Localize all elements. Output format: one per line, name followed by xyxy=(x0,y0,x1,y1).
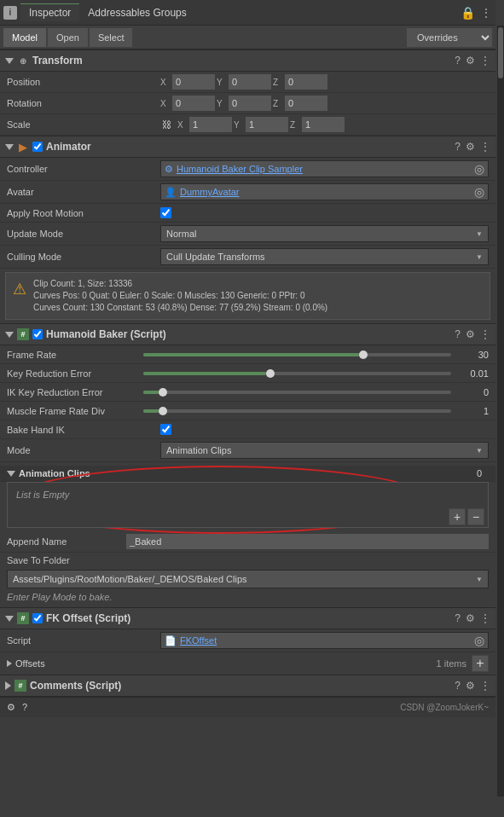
animator-collapse-icon[interactable] xyxy=(5,144,14,150)
animator-menu-icon[interactable]: ⋮ xyxy=(480,141,490,153)
offsets-row: Offsets 1 items + xyxy=(0,652,495,675)
rotation-z-input[interactable] xyxy=(285,96,327,111)
key-reduction-thumb[interactable] xyxy=(266,369,275,378)
model-button[interactable]: Model xyxy=(3,28,46,47)
ik-track[interactable] xyxy=(143,391,451,394)
mode-label: Mode xyxy=(7,445,160,455)
avatar-field[interactable]: 👤 DummyAvatar ◎ xyxy=(160,183,489,200)
culling-mode-dropdown[interactable]: Cull Update Transforms ▼ xyxy=(160,248,489,265)
warning-text: Clip Count: 1, Size: 13336 Curves Pos: 0… xyxy=(33,278,327,314)
muscle-thumb[interactable] xyxy=(159,407,167,415)
fk-settings-icon[interactable]: ⚙ xyxy=(466,612,475,624)
fk-menu-icon[interactable]: ⋮ xyxy=(480,612,490,624)
clips-collapse-icon[interactable] xyxy=(7,471,15,477)
update-mode-label: Update Mode xyxy=(7,229,160,239)
muscle-slider-container: 1 xyxy=(143,406,489,416)
animator-settings-icon[interactable]: ⚙ xyxy=(466,141,475,153)
apply-root-motion-checkbox[interactable] xyxy=(160,207,171,218)
watermark-text: CSDN @ZoomJokerK~ xyxy=(400,703,489,712)
lock-icon[interactable]: 🔒 xyxy=(461,6,475,20)
append-name-input[interactable] xyxy=(126,534,489,549)
open-button[interactable]: Open xyxy=(48,28,88,47)
update-mode-value: Normal ▼ xyxy=(160,225,489,242)
transform-help-icon[interactable]: ? xyxy=(455,55,461,67)
frame-rate-track[interactable] xyxy=(143,353,451,356)
culling-mode-value: Cull Update Transforms ▼ xyxy=(160,248,489,265)
avatar-target-icon[interactable]: ◎ xyxy=(474,185,484,199)
position-value: X Y Z xyxy=(160,74,489,90)
scale-xyz: X Y Z xyxy=(177,117,345,132)
baker-help-icon[interactable]: ? xyxy=(455,328,461,340)
comments-section-header: # Comments (Script) ? ⚙ ⋮ xyxy=(0,675,495,697)
position-z-input[interactable] xyxy=(285,74,327,90)
remove-clip-button[interactable]: − xyxy=(467,508,484,525)
mode-arrow: ▼ xyxy=(476,447,483,455)
fk-help-icon[interactable]: ? xyxy=(455,612,461,624)
fk-script-field[interactable]: 📄 FKOffset ◎ xyxy=(160,632,489,649)
scale-z-input[interactable] xyxy=(302,117,345,132)
ik-thumb[interactable] xyxy=(159,388,167,397)
fk-enabled-checkbox[interactable] xyxy=(32,613,43,623)
controller-target-icon[interactable]: ◎ xyxy=(474,162,484,176)
avatar-label: Avatar xyxy=(7,187,160,197)
scale-link-icon[interactable]: ⛓ xyxy=(160,119,172,130)
key-reduction-error-row: Key Reduction Error 0.01 xyxy=(0,364,495,383)
frame-rate-label: Frame Rate xyxy=(7,350,143,360)
scrollbar-thumb[interactable] xyxy=(498,27,503,78)
ik-slider-container: 0 xyxy=(143,387,489,397)
position-x-input[interactable] xyxy=(172,74,215,90)
baker-collapse-icon[interactable] xyxy=(5,332,14,338)
comments-menu-icon[interactable]: ⋮ xyxy=(480,680,490,692)
z-label: Z xyxy=(273,78,283,87)
comments-settings-icon[interactable]: ⚙ xyxy=(466,680,475,692)
key-reduction-track[interactable] xyxy=(143,372,451,375)
bake-hand-ik-checkbox[interactable] xyxy=(160,424,171,435)
overrides-select[interactable]: Overrides xyxy=(407,28,492,47)
baker-settings-icon[interactable]: ⚙ xyxy=(466,328,475,340)
tab-addressables[interactable]: Addressables Groups xyxy=(79,4,194,21)
position-y-input[interactable] xyxy=(229,74,271,90)
inspector-icon: i xyxy=(3,6,17,20)
mode-row: Mode Animation Clips ▼ xyxy=(0,439,495,462)
bottom-icon-2[interactable]: ? xyxy=(22,702,27,713)
bottom-icon-1[interactable]: ⚙ xyxy=(7,702,15,713)
tab-inspector[interactable]: Inspector xyxy=(20,3,79,21)
folder-path-dropdown[interactable]: Assets/Plugins/RootMotion/Baker/_DEMOS/B… xyxy=(7,570,489,588)
comments-collapse-icon[interactable] xyxy=(5,681,11,690)
mode-dropdown[interactable]: Animation Clips ▼ xyxy=(160,442,489,459)
animator-enabled-checkbox[interactable] xyxy=(32,142,43,152)
scale-label: Scale xyxy=(7,119,160,130)
controller-icon: ⚙ xyxy=(165,164,173,175)
select-button[interactable]: Select xyxy=(90,28,133,47)
fk-script-target-icon[interactable]: ◎ xyxy=(474,634,484,647)
fk-collapse-icon[interactable] xyxy=(5,616,14,622)
transform-settings-icon[interactable]: ⚙ xyxy=(466,55,475,67)
animator-help-icon[interactable]: ? xyxy=(455,141,461,153)
update-mode-dropdown[interactable]: Normal ▼ xyxy=(160,225,489,242)
muscle-frame-rate-row: Muscle Frame Rate Div 1 xyxy=(0,402,495,420)
comments-help-icon[interactable]: ? xyxy=(455,680,461,692)
baker-menu-icon[interactable]: ⋮ xyxy=(480,328,490,340)
add-clip-button[interactable]: + xyxy=(449,508,466,525)
play-mode-text: Enter Play Mode to bake. xyxy=(0,590,495,607)
scale-x-input[interactable] xyxy=(189,117,232,132)
apply-root-motion-row: Apply Root Motion xyxy=(0,204,495,223)
offsets-collapse-icon[interactable] xyxy=(7,660,12,667)
offsets-add-button[interactable]: + xyxy=(472,655,489,672)
controller-row: Controller ⚙ Humanoid Baker Clip Sampler… xyxy=(0,158,495,181)
append-name-label: Append Name xyxy=(7,536,126,547)
controller-field[interactable]: ⚙ Humanoid Baker Clip Sampler ◎ xyxy=(160,160,489,177)
fk-actions: ? ⚙ ⋮ xyxy=(455,612,490,624)
rotation-x-input[interactable] xyxy=(172,96,215,111)
transform-properties: Position X Y Z Rotation X Y xyxy=(0,72,495,136)
transform-collapse-icon[interactable] xyxy=(5,58,14,64)
baker-enabled-checkbox[interactable] xyxy=(32,329,43,339)
transform-menu-icon[interactable]: ⋮ xyxy=(480,55,490,67)
ik-key-reduction-row: IK Key Reduction Error 0 xyxy=(0,383,495,402)
rotation-y-input[interactable] xyxy=(229,96,271,111)
menu-icon[interactable]: ⋮ xyxy=(480,6,492,20)
muscle-track[interactable] xyxy=(143,409,451,413)
scrollbar[interactable] xyxy=(497,26,504,797)
scale-y-input[interactable] xyxy=(246,117,288,132)
frame-rate-thumb[interactable] xyxy=(359,351,368,359)
